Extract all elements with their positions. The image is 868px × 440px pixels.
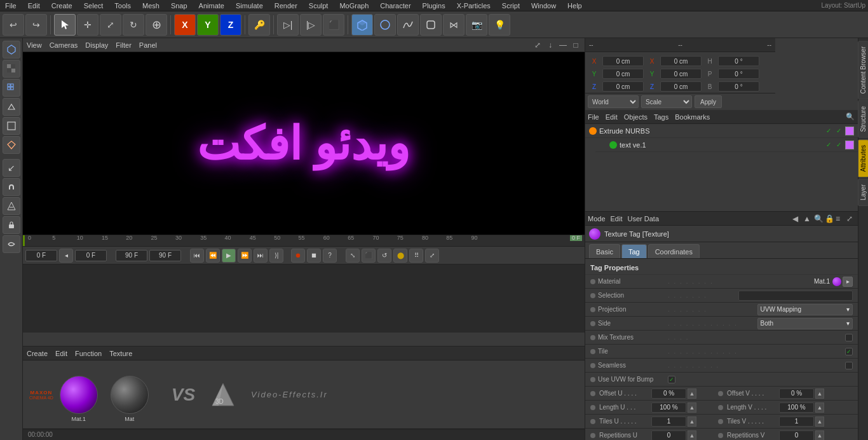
start-frame-input[interactable]: 0 F — [75, 250, 107, 261]
undo-button[interactable]: ↩ — [3, 14, 24, 36]
prop-rep-v-input[interactable] — [779, 430, 814, 441]
coord-scale-select[interactable]: Scale — [641, 95, 692, 108]
vp-display[interactable]: Display — [85, 41, 108, 49]
sidebar-arrow-tool[interactable]: ↙ — [3, 159, 20, 177]
attr-icon-expand[interactable]: ⤢ — [846, 214, 855, 223]
tab-tag[interactable]: Tag — [621, 244, 647, 258]
coord-z-size[interactable] — [660, 81, 702, 92]
mat-edit[interactable]: Edit — [55, 350, 67, 357]
obj-row-extrude-nurbs[interactable]: Extrude NURBS ✓ ✓ — [585, 124, 858, 138]
sidebar-magnet[interactable] — [3, 178, 20, 196]
auto-key-btn[interactable]: ⏹ — [307, 249, 321, 263]
rep-v-stepper[interactable]: ▲ — [815, 430, 824, 441]
prev-frame-btn[interactable]: ⏪ — [206, 249, 220, 263]
coord-h-rot[interactable] — [718, 56, 759, 66]
tiles-v-stepper[interactable]: ▲ — [815, 416, 824, 427]
sidebar-gem[interactable] — [3, 136, 20, 154]
obj-check-3[interactable]: ✓ — [825, 141, 832, 149]
obj-mat-purple2[interactable] — [845, 141, 854, 149]
help-btn[interactable]: ? — [323, 249, 337, 263]
material-ball-1[interactable] — [60, 376, 98, 414]
move-tool-button[interactable]: ✛ — [77, 14, 98, 36]
obj-mat-purple[interactable] — [845, 127, 854, 135]
current-frame-input[interactable]: 0 F — [25, 250, 57, 261]
prop-offset-u-input[interactable] — [651, 388, 686, 399]
next-frame-btn[interactable]: ⏩ — [238, 249, 252, 263]
loop-start-btn[interactable]: ⟩| — [269, 249, 283, 263]
spline-button[interactable] — [397, 14, 419, 36]
sidebar-obj[interactable] — [3, 98, 20, 116]
frame-minus-btn[interactable]: ◂ — [59, 249, 73, 263]
camera-button[interactable]: 📷 — [466, 14, 487, 36]
rsidebar-layer[interactable]: Layer — [858, 179, 868, 206]
menu-sculpt[interactable]: Sculpt — [306, 2, 331, 10]
obj-menu-tags[interactable]: Tags — [654, 113, 668, 121]
coord-y-size[interactable] — [660, 69, 702, 79]
x-axis-button[interactable]: X — [174, 14, 196, 36]
obj-menu-objects[interactable]: Objects — [624, 113, 648, 121]
select-tool-button[interactable] — [54, 14, 76, 36]
sidebar-grid[interactable] — [3, 79, 20, 97]
sidebar-plane[interactable] — [3, 197, 20, 215]
length-u-stepper[interactable]: ▲ — [688, 402, 696, 413]
coord-world-select[interactable]: World Object Local — [588, 95, 639, 108]
prop-mix-checkbox[interactable] — [845, 334, 853, 341]
sidebar-checker[interactable] — [3, 60, 20, 78]
obj-check-2[interactable]: ✓ — [835, 127, 843, 135]
vp-panel[interactable]: Panel — [139, 41, 157, 49]
nurbs-button[interactable] — [420, 14, 442, 36]
menu-simulate[interactable]: Simulate — [233, 2, 266, 10]
loop-btn[interactable]: ↺ — [377, 249, 391, 263]
menu-edit[interactable]: Edit — [25, 2, 43, 10]
menu-script[interactable]: Script — [499, 2, 522, 10]
obj-row-text-ve1[interactable]: text ve.1 ✓ ✓ — [595, 138, 858, 152]
mat-create[interactable]: Create — [27, 350, 48, 357]
mat-function[interactable]: Function — [75, 350, 102, 357]
obj-search-icon[interactable]: 🔍 — [845, 112, 855, 122]
prop-length-v-input[interactable] — [779, 402, 814, 413]
length-v-stepper[interactable]: ▲ — [815, 402, 824, 413]
prop-material-ball[interactable] — [832, 277, 841, 286]
coord-y-pos[interactable] — [602, 69, 644, 79]
motion2-btn[interactable]: ⬤ — [393, 249, 407, 263]
coord-b-rot[interactable] — [718, 81, 759, 92]
menu-animate[interactable]: Animate — [196, 2, 227, 10]
end-frame-input2[interactable]: 90 F — [149, 250, 181, 261]
vp-icon-arrows[interactable]: ⤢ — [532, 40, 543, 50]
material-ball-2[interactable] — [111, 376, 149, 414]
prop-side-dropdown[interactable]: Both — [757, 318, 853, 329]
timeline-btn2[interactable]: |▷ — [300, 14, 322, 36]
coord-p-rot[interactable] — [718, 69, 759, 79]
prop-selection-input[interactable] — [738, 291, 853, 301]
attr-icon-up[interactable]: ▲ — [803, 214, 812, 223]
prop-rep-u-input[interactable] — [651, 430, 686, 441]
viewport[interactable]: ويدئو افکت — [23, 52, 585, 235]
prop-tiles-u-input[interactable] — [651, 416, 686, 427]
rotate-tool-button[interactable]: ↻ — [123, 14, 144, 36]
timeline-btn1[interactable]: ▷| — [277, 14, 299, 36]
menu-snap[interactable]: Snap — [168, 2, 190, 10]
vp-filter[interactable]: Filter — [116, 41, 131, 49]
prop-uvw-checkbox[interactable]: ✓ — [668, 376, 675, 383]
rsidebar-content-browser[interactable]: Content Browser — [858, 41, 868, 99]
tab-basic[interactable]: Basic — [589, 244, 620, 258]
attr-edit[interactable]: Edit — [611, 215, 623, 223]
rep-u-stepper[interactable]: ▲ — [688, 430, 696, 441]
key-button[interactable]: 🔑 — [248, 14, 270, 36]
tiles-u-stepper[interactable]: ▲ — [688, 416, 696, 427]
menu-window[interactable]: Window — [529, 2, 559, 10]
attr-icon-more[interactable]: ≡ — [836, 214, 844, 223]
prop-seamless-checkbox[interactable] — [845, 362, 853, 369]
vp-icon-minimize[interactable]: — — [558, 40, 568, 50]
offset-v-stepper-up[interactable]: ▲ — [815, 388, 824, 399]
menu-render[interactable]: Render — [272, 2, 300, 10]
vp-icon-maximize[interactable]: □ — [571, 40, 581, 50]
menu-select[interactable]: Select — [81, 2, 106, 10]
vp-cameras[interactable]: Cameras — [50, 41, 78, 49]
transform-tool-button[interactable]: ⊕ — [146, 14, 167, 36]
coord-x-size[interactable] — [660, 56, 702, 66]
menu-mograph[interactable]: MoGraph — [337, 2, 371, 10]
menu-create[interactable]: Create — [49, 2, 75, 10]
y-axis-button[interactable]: Y — [197, 14, 219, 36]
attr-icon-left[interactable]: ◀ — [792, 214, 801, 223]
